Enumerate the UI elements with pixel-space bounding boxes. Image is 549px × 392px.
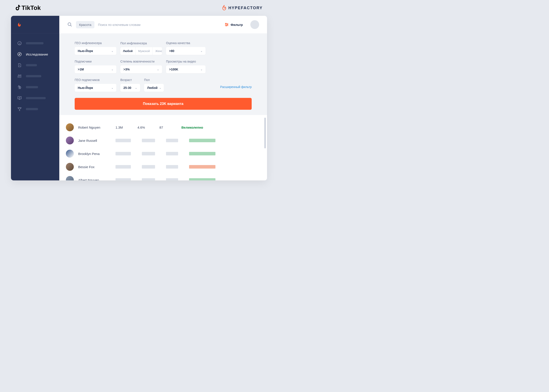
placeholder-bar [142,152,155,155]
filter-label-views: Просмотры на видео [166,60,206,63]
sidebar-item-7[interactable] [11,104,59,115]
placeholder-bar [166,178,178,180]
placeholder-bar [142,139,155,142]
rating-bar [189,165,215,168]
result-row[interactable]: Jane Russell [66,134,256,147]
sidebar-label-placeholder [26,86,38,88]
rating-bar [189,152,215,155]
result-avatar [66,137,74,144]
compass-icon [17,52,22,57]
chevron-down-icon: ⌄ [159,86,161,89]
sidebar-item-3[interactable] [11,60,59,71]
header: Красота Фильтр [59,16,267,33]
sidebar-item-research[interactable]: Исследование [11,49,59,60]
sidebar-label-placeholder [26,108,38,110]
search-input[interactable] [98,23,221,27]
result-avatar [66,176,74,180]
advanced-filter-link[interactable]: Расширенный фильтр [220,81,252,89]
sidebar-label-placeholder [26,42,43,44]
dashboard-icon [17,41,22,46]
filter-label-gender: Пол [144,78,164,82]
rating-bar [189,139,215,142]
presentation-icon [17,96,22,100]
sidebar-label-placeholder [26,64,37,66]
filter-label-geo-influencer: ГЕО инфлюенсера [75,41,116,45]
sidebar-item-5[interactable] [11,82,59,93]
segmented-gender-influencer: Любой Мужской Женский [120,47,162,55]
svg-point-5 [227,24,228,25]
sidebar-label-placeholder [26,75,41,77]
result-avatar [66,163,74,171]
sidebar-logo [11,16,59,33]
placeholder-bar [115,152,131,155]
placeholder-bar [166,165,178,168]
sidebar-item-6[interactable] [11,93,59,104]
flame-icon [222,5,227,11]
result-name: Bessie Fox [78,165,111,169]
chevron-down-icon: ⌄ [111,50,113,52]
select-quality[interactable]: >80⌄ [166,47,206,55]
submit-button[interactable]: Показать 23K варианта [75,98,252,110]
select-geo-influencer[interactable]: Нью-Йорк⌄ [75,47,116,55]
filter-label: Фильтр [231,23,243,27]
sidebar-item-label: Исследование [26,52,48,56]
sidebar: Исследование [11,16,59,180]
result-avatar [66,123,74,131]
placeholder-bar [142,178,155,180]
tiktok-note-icon [15,5,21,11]
result-score: 87 [159,126,177,129]
svg-point-3 [68,23,71,26]
select-geo-followers[interactable]: Нью-Йорк⌄ [75,84,116,92]
chevron-down-icon: ⌄ [200,68,202,71]
sidebar-item-4[interactable] [11,71,59,82]
trophy-icon [17,107,22,112]
result-row[interactable]: Robert Nguyen 1.3M 4.6% 87 Великолепно [66,121,256,134]
sidebar-label-placeholder [26,97,46,99]
filter-label-followers: Подписчики [75,60,116,63]
result-followers: 1.3M [115,126,133,129]
placeholder-bar [166,152,178,155]
result-row[interactable]: Albert Nguyen [66,173,256,180]
seg-opt-any[interactable]: Любой [120,47,135,55]
placeholder-bar [142,165,155,168]
select-engagement[interactable]: >3%⌄ [120,65,162,73]
sliders-icon [224,23,229,27]
chevron-down-icon: ⌄ [111,68,113,71]
chart-icon [17,74,22,79]
placeholder-bar [166,139,178,142]
select-gender[interactable]: Любой⌄ [144,84,164,92]
result-name: Robert Nguyen [78,126,111,129]
app-window: Исследование [11,16,267,180]
svg-point-1 [18,52,21,56]
result-engagement: 4.6% [137,126,155,129]
tiktok-wordmark: TikTok [21,4,41,11]
result-row[interactable]: Bessie Fox [66,160,256,173]
document-icon [17,63,22,68]
result-name: Jane Russell [78,139,111,142]
rating-bar [189,178,215,180]
scrollbar[interactable] [264,118,266,175]
sidebar-item-dashboard[interactable] [11,38,59,49]
filter-label-engagement: Степень вовлеченности [120,60,162,63]
page-brand-bar: TikTok HYPEFACTORY [9,4,269,16]
seg-opt-male[interactable]: Мужской [135,47,153,55]
select-views[interactable]: >100K⌄ [166,65,206,73]
result-rating: Великолепно [181,126,203,129]
result-name: Brooklyn Pena [78,152,111,156]
select-age[interactable]: 25-30⌄ [120,84,140,92]
result-avatar [66,150,74,158]
user-avatar[interactable] [250,20,259,29]
seg-opt-female[interactable]: Женский [153,47,162,55]
svg-point-6 [226,25,227,26]
select-followers[interactable]: >1M⌄ [75,65,116,73]
result-row[interactable]: Brooklyn Pena [66,147,256,160]
scales-icon [17,85,22,90]
filter-button[interactable]: Фильтр [224,23,243,27]
filter-label-gender-influencer: Пол инфлюенсера [120,42,162,45]
results-list: Robert Nguyen 1.3M 4.6% 87 Великолепно J… [59,115,267,180]
placeholder-bar [115,139,131,142]
filter-label-quality: Оценка качества [166,41,206,45]
search-tag[interactable]: Красота [76,21,94,28]
tiktok-logo: TikTok [15,4,41,11]
chevron-down-icon: ⌄ [157,68,159,71]
